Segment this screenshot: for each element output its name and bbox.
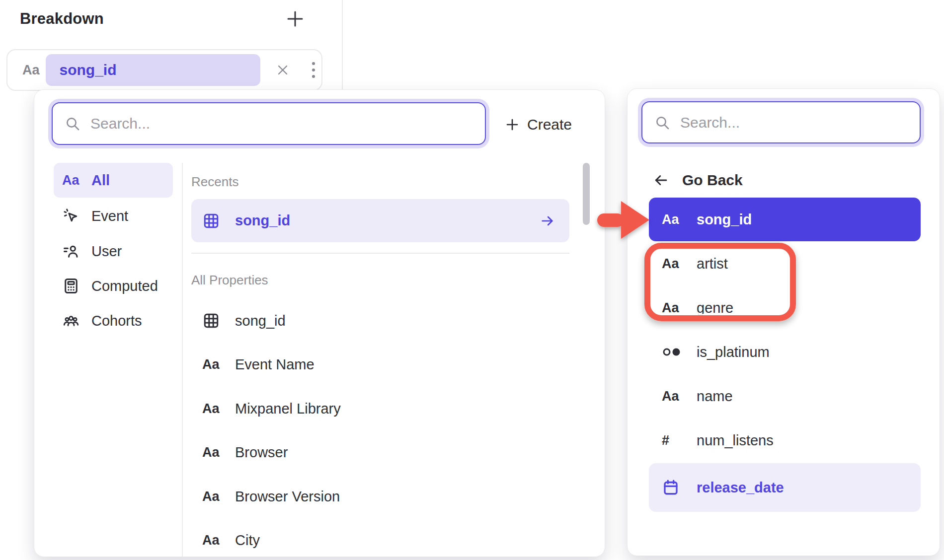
close-icon [275, 63, 290, 77]
property-row-event-name[interactable]: Aa Event Name [191, 343, 569, 386]
scrollbar-thumb[interactable] [583, 163, 590, 225]
sidebar-item-cohorts[interactable]: Cohorts [54, 303, 173, 338]
text-type-icon: Aa [62, 173, 79, 188]
subproperty-row-song_id[interactable]: Aa song_id [649, 198, 921, 241]
text-type-icon: Aa [662, 212, 679, 227]
user-icon [62, 242, 80, 260]
number-type-icon: # [662, 433, 669, 448]
text-type-icon: Aa [202, 445, 220, 460]
text-type-icon: Aa [202, 401, 220, 417]
sidebar-item-event[interactable]: Event [54, 199, 173, 233]
property-row-browser-version[interactable]: Aa Browser Version [191, 475, 569, 518]
property-picker-panel: Create Aa All Event User Computed [34, 89, 605, 557]
chip-label: song_id [60, 62, 117, 78]
arrow-right-icon [540, 213, 555, 229]
drill-in-arrow[interactable] [540, 213, 555, 229]
calculator-icon [62, 277, 80, 295]
text-type-icon: Aa [662, 389, 679, 404]
subproperty-row-num_listens[interactable]: # num_listens [649, 419, 921, 462]
go-back-button[interactable]: Go Back [652, 165, 743, 195]
create-label: Create [527, 116, 572, 133]
subproperty-row-artist[interactable]: Aa artist [649, 242, 921, 285]
text-type-icon: Aa [202, 533, 220, 548]
boolean-type-icon [662, 346, 684, 358]
sidebar-item-computed[interactable]: Computed [54, 269, 173, 303]
arrow-left-icon [652, 172, 669, 189]
breakdown-chip-card: Aa song_id [6, 49, 322, 91]
sidebar-item-user[interactable]: User [54, 234, 173, 269]
subproperty-row-name[interactable]: Aa name [649, 374, 921, 418]
subproperty-row-genre[interactable]: Aa genre [649, 286, 921, 330]
event-cursor-icon [62, 207, 80, 225]
breakdown-property-chip[interactable]: song_id [46, 54, 260, 86]
plus-icon [286, 9, 305, 28]
left-search-input[interactable] [90, 115, 485, 132]
text-type-icon: Aa [662, 300, 679, 316]
panel-edge-divider [342, 0, 343, 90]
property-row-city[interactable]: Aa City [191, 518, 569, 557]
sidebar-item-all[interactable]: Aa All [54, 163, 173, 198]
sidebar-divider [182, 163, 183, 557]
recents-header: Recents [191, 174, 238, 190]
breakdown-options-button[interactable] [309, 59, 318, 81]
subproperty-row-is_platinum[interactable]: is_platinum [649, 330, 921, 374]
text-type-icon: Aa [202, 357, 220, 372]
remove-breakdown-button[interactable] [275, 63, 290, 77]
table-grid-icon [202, 312, 220, 330]
cohorts-icon [62, 312, 80, 330]
property-row-mixpanel-library[interactable]: Aa Mixpanel Library [191, 387, 569, 430]
recent-property-song_id[interactable]: song_id [191, 199, 569, 242]
table-grid-icon [202, 212, 220, 230]
all-properties-header: All Properties [191, 273, 268, 288]
property-row-browser[interactable]: Aa Browser [191, 430, 569, 474]
search-icon [654, 115, 670, 131]
calendar-icon [662, 479, 680, 496]
subproperty-row-release_date[interactable]: release_date [649, 463, 921, 512]
property-row-song_id[interactable]: song_id [191, 299, 569, 343]
breakdown-section-title: Breakdown [20, 10, 104, 28]
section-divider [191, 253, 569, 254]
text-type-icon: Aa [22, 63, 40, 78]
property-values-panel: Go Back Aa song_id Aa artist Aa genre is… [627, 88, 940, 556]
plus-icon [505, 118, 519, 132]
text-type-icon: Aa [202, 489, 220, 504]
kebab-icon [312, 62, 315, 65]
add-breakdown-button[interactable] [284, 8, 306, 30]
right-search-input[interactable] [680, 114, 920, 131]
left-search-box [52, 102, 486, 145]
text-type-icon: Aa [662, 256, 679, 272]
right-search-box [641, 101, 921, 143]
search-icon [65, 116, 80, 132]
create-property-button[interactable]: Create [505, 111, 572, 139]
